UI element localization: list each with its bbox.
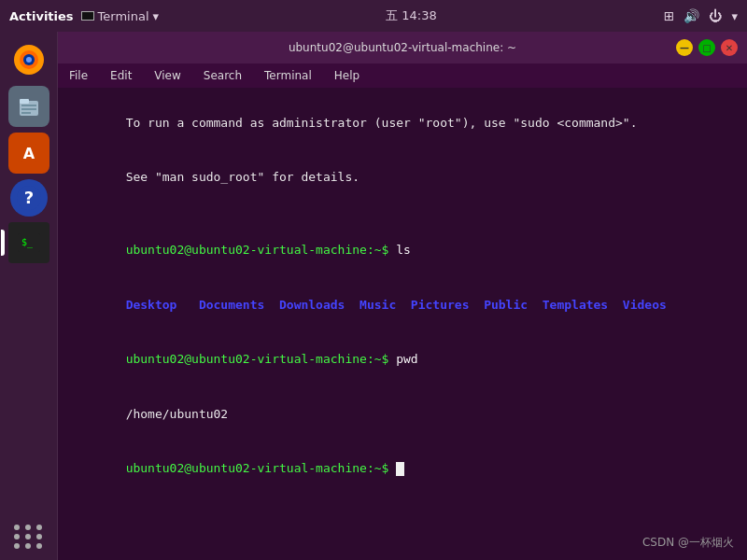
top-bar: Activities Terminal ▾ 五 14:38 ⊞ 🔊 ⏻ ▾ [0,0,747,32]
sidebar: A ? $_ [0,32,58,560]
sidebar-item-firefox[interactable] [8,39,49,80]
menu-file[interactable]: File [65,67,92,84]
svg-rect-5 [20,99,29,104]
sidebar-item-software[interactable]: A [8,133,49,174]
sidebar-item-terminal[interactable]: $_ [8,222,49,263]
terminal-titlebar: ubuntu02@ubuntu02-virtual-machine: ~ — □… [58,32,747,63]
dot [36,525,42,530]
watermark: CSDN @一杯烟火 [642,535,734,551]
term-output: See "man sudo_root" for details. [126,170,359,184]
svg-point-3 [26,57,32,63]
top-bar-right: ⊞ 🔊 ⏻ ▾ [664,8,738,23]
term-line-2: See "man sudo_root" for details. [67,150,738,205]
terminal-title: ubuntu02@ubuntu02-virtual-machine: ~ [289,41,516,54]
power-icon: ⏻ [709,8,722,23]
top-bar-center: 五 14:38 [386,7,437,24]
menu-terminal[interactable]: Terminal [261,67,316,84]
menu-help[interactable]: Help [331,67,363,84]
term-line-7: ubuntu02@ubuntu02-virtual-machine:~$ [67,441,738,497]
dot [14,525,20,530]
term-cursor [396,462,404,476]
power-dropdown-icon: ▾ [731,9,738,23]
svg-text:?: ? [23,188,33,207]
titlebar-controls: — □ ✕ [676,39,738,56]
terminal-label: Terminal [98,9,149,23]
terminal-menubar: File Edit View Search Terminal Help [58,63,747,88]
dot [25,534,31,539]
dot [14,534,20,539]
term-cmd: ls [396,243,411,257]
top-bar-left: Activities Terminal ▾ [9,9,159,23]
terminal-window-icon [81,11,94,21]
dot [25,525,31,530]
maximize-button[interactable]: □ [698,39,715,56]
close-button[interactable]: ✕ [721,39,738,56]
svg-text:A: A [22,145,35,162]
main-layout: A ? $_ [0,32,747,560]
sidebar-item-files[interactable] [8,86,49,127]
svg-rect-7 [21,108,36,110]
terminal-indicator[interactable]: Terminal ▾ [81,9,159,23]
term-line-6: /home/ubuntu02 [67,386,738,441]
datetime: 五 14:38 [386,7,437,24]
term-line-3: ubuntu02@ubuntu02-virtual-machine:~$ ls [67,223,738,278]
dot [25,543,31,549]
menu-edit[interactable]: Edit [106,67,135,84]
app-grid-button[interactable] [14,525,44,549]
term-dir-list: Desktop Documents Downloads Music Pictur… [126,298,667,312]
svg-rect-8 [21,112,31,114]
term-line-1: To run a command as administrator (user … [67,95,738,150]
term-line-5: ubuntu02@ubuntu02-virtual-machine:~$ pwd [67,332,738,387]
network-icon: ⊞ [664,8,675,23]
sidebar-item-help[interactable]: ? [10,179,48,217]
terminal-dropdown-icon: ▾ [153,9,160,23]
term-prompt: ubuntu02@ubuntu02-virtual-machine:~$ [126,352,397,366]
terminal-window: ubuntu02@ubuntu02-virtual-machine: ~ — □… [58,32,747,560]
svg-rect-6 [21,105,36,106]
minimize-button[interactable]: — [676,39,693,56]
dot [36,543,42,549]
menu-view[interactable]: View [150,67,184,84]
term-prompt-active: ubuntu02@ubuntu02-virtual-machine:~$ [126,461,397,475]
dot [14,543,20,549]
term-output: To run a command as administrator (user … [126,116,638,130]
terminal-body[interactable]: To run a command as administrator (user … [58,88,747,560]
term-line-4: Desktop Documents Downloads Music Pictur… [67,277,738,332]
term-cmd: pwd [396,352,417,366]
term-prompt: ubuntu02@ubuntu02-virtual-machine:~$ [126,243,397,257]
svg-text:$_: $_ [21,237,34,248]
sound-icon: 🔊 [684,8,699,23]
term-path: /home/ubuntu02 [126,407,229,421]
activities-button[interactable]: Activities [9,9,74,23]
menu-search[interactable]: Search [200,67,246,84]
dot [36,534,42,539]
term-line-blank [67,204,738,223]
